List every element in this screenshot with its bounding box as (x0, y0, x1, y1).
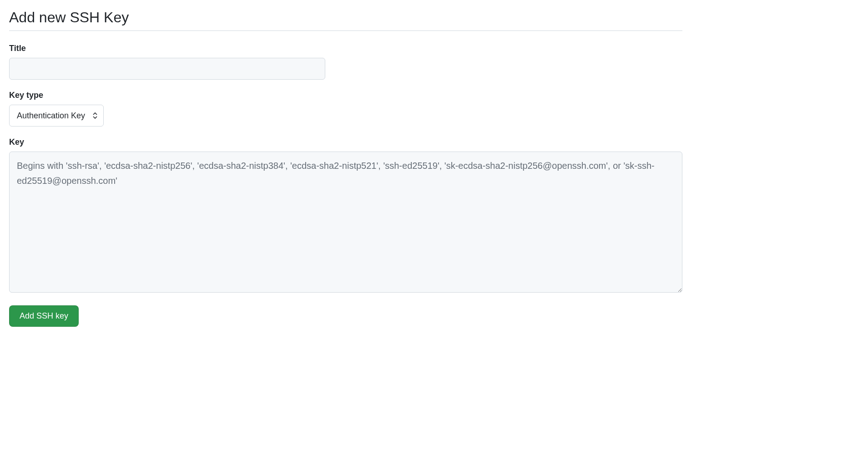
key-group: Key (9, 137, 682, 294)
add-ssh-key-form: Add new SSH Key Title Key type Authentic… (9, 9, 682, 327)
title-input[interactable] (9, 58, 325, 80)
page-title: Add new SSH Key (9, 9, 682, 26)
add-ssh-key-button[interactable]: Add SSH key (9, 305, 79, 327)
key-type-group: Key type Authentication Key (9, 91, 682, 127)
key-type-select[interactable]: Authentication Key (9, 105, 104, 127)
key-textarea[interactable] (9, 152, 682, 293)
key-type-label: Key type (9, 91, 682, 100)
header-divider (9, 30, 682, 31)
key-label: Key (9, 137, 682, 147)
key-type-select-wrapper: Authentication Key (9, 105, 104, 127)
title-label: Title (9, 44, 682, 53)
title-group: Title (9, 44, 682, 80)
